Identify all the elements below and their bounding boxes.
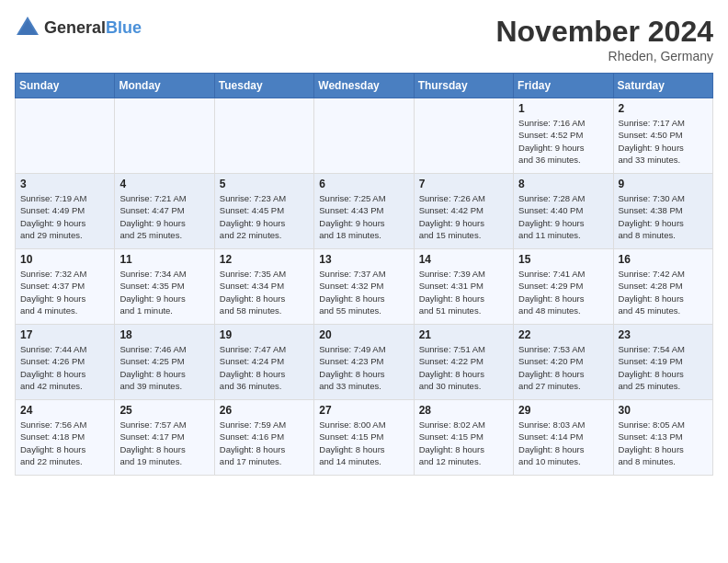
calendar-week-row: 1Sunrise: 7:16 AM Sunset: 4:52 PM Daylig… bbox=[16, 98, 713, 174]
calendar-day-cell: 16Sunrise: 7:42 AM Sunset: 4:28 PM Dayli… bbox=[613, 249, 712, 325]
calendar-day-cell bbox=[314, 98, 414, 174]
day-info: Sunrise: 7:53 AM Sunset: 4:20 PM Dayligh… bbox=[518, 343, 608, 392]
calendar-day-cell: 18Sunrise: 7:46 AM Sunset: 4:25 PM Dayli… bbox=[115, 325, 214, 400]
day-info: Sunrise: 7:25 AM Sunset: 4:43 PM Dayligh… bbox=[319, 192, 408, 241]
day-number: 20 bbox=[319, 328, 408, 341]
day-info: Sunrise: 7:46 AM Sunset: 4:25 PM Dayligh… bbox=[119, 343, 209, 392]
day-info: Sunrise: 7:57 AM Sunset: 4:17 PM Dayligh… bbox=[119, 419, 209, 467]
day-info: Sunrise: 7:51 AM Sunset: 4:22 PM Dayligh… bbox=[419, 343, 508, 392]
weekday-header: Friday bbox=[514, 74, 613, 98]
day-number: 6 bbox=[319, 178, 408, 190]
day-number: 22 bbox=[518, 328, 608, 341]
day-number: 27 bbox=[319, 404, 408, 417]
day-info: Sunrise: 7:17 AM Sunset: 4:50 PM Dayligh… bbox=[619, 117, 708, 166]
weekday-header: Monday bbox=[115, 74, 214, 98]
day-number: 29 bbox=[518, 404, 608, 417]
day-info: Sunrise: 7:16 AM Sunset: 4:52 PM Dayligh… bbox=[518, 117, 608, 166]
day-number: 2 bbox=[619, 102, 708, 115]
day-number: 13 bbox=[319, 253, 408, 266]
day-info: Sunrise: 7:26 AM Sunset: 4:42 PM Dayligh… bbox=[419, 192, 508, 241]
day-number: 23 bbox=[619, 328, 708, 341]
calendar-day-cell: 10Sunrise: 7:32 AM Sunset: 4:37 PM Dayli… bbox=[16, 249, 115, 325]
day-info: Sunrise: 7:42 AM Sunset: 4:28 PM Dayligh… bbox=[619, 268, 708, 316]
day-number: 14 bbox=[419, 253, 508, 266]
calendar-body: 1Sunrise: 7:16 AM Sunset: 4:52 PM Daylig… bbox=[16, 98, 713, 476]
day-info: Sunrise: 8:00 AM Sunset: 4:15 PM Dayligh… bbox=[319, 419, 408, 467]
calendar-day-cell: 13Sunrise: 7:37 AM Sunset: 4:32 PM Dayli… bbox=[314, 249, 414, 325]
day-number: 9 bbox=[619, 178, 708, 190]
day-number: 1 bbox=[518, 102, 608, 115]
day-number: 7 bbox=[419, 178, 508, 190]
calendar-day-cell bbox=[214, 98, 313, 174]
weekday-header: Sunday bbox=[16, 74, 115, 98]
calendar-day-cell: 12Sunrise: 7:35 AM Sunset: 4:34 PM Dayli… bbox=[214, 249, 313, 325]
day-number: 26 bbox=[220, 404, 309, 417]
calendar-day-cell: 17Sunrise: 7:44 AM Sunset: 4:26 PM Dayli… bbox=[16, 325, 115, 400]
calendar-day-cell: 30Sunrise: 8:05 AM Sunset: 4:13 PM Dayli… bbox=[613, 400, 712, 476]
calendar-day-cell: 9Sunrise: 7:30 AM Sunset: 4:38 PM Daylig… bbox=[613, 174, 712, 249]
calendar-day-cell: 22Sunrise: 7:53 AM Sunset: 4:20 PM Dayli… bbox=[514, 325, 613, 400]
location-subtitle: Rheden, Germany bbox=[495, 49, 713, 63]
day-info: Sunrise: 7:41 AM Sunset: 4:29 PM Dayligh… bbox=[518, 268, 608, 316]
day-number: 18 bbox=[119, 328, 209, 341]
calendar-day-cell: 26Sunrise: 7:59 AM Sunset: 4:16 PM Dayli… bbox=[214, 400, 313, 476]
day-number: 19 bbox=[220, 328, 309, 341]
calendar-week-row: 10Sunrise: 7:32 AM Sunset: 4:37 PM Dayli… bbox=[16, 249, 713, 325]
calendar-table: SundayMondayTuesdayWednesdayThursdayFrid… bbox=[15, 73, 713, 476]
calendar-day-cell: 24Sunrise: 7:56 AM Sunset: 4:18 PM Dayli… bbox=[16, 400, 115, 476]
day-number: 15 bbox=[518, 253, 608, 266]
logo: GeneralBlue bbox=[15, 15, 142, 40]
calendar-day-cell: 1Sunrise: 7:16 AM Sunset: 4:52 PM Daylig… bbox=[514, 98, 613, 174]
day-number: 10 bbox=[20, 253, 109, 266]
day-number: 16 bbox=[619, 253, 708, 266]
day-info: Sunrise: 8:03 AM Sunset: 4:14 PM Dayligh… bbox=[518, 419, 608, 467]
day-number: 8 bbox=[518, 178, 608, 190]
day-number: 17 bbox=[20, 328, 109, 341]
weekday-header: Wednesday bbox=[314, 74, 414, 98]
calendar-day-cell: 14Sunrise: 7:39 AM Sunset: 4:31 PM Dayli… bbox=[414, 249, 513, 325]
calendar-day-cell: 23Sunrise: 7:54 AM Sunset: 4:19 PM Dayli… bbox=[613, 325, 712, 400]
calendar-day-cell: 29Sunrise: 8:03 AM Sunset: 4:14 PM Dayli… bbox=[514, 400, 613, 476]
calendar-day-cell: 4Sunrise: 7:21 AM Sunset: 4:47 PM Daylig… bbox=[115, 174, 214, 249]
day-info: Sunrise: 7:56 AM Sunset: 4:18 PM Dayligh… bbox=[20, 419, 109, 467]
calendar-day-cell: 20Sunrise: 7:49 AM Sunset: 4:23 PM Dayli… bbox=[314, 325, 414, 400]
day-number: 5 bbox=[220, 178, 309, 190]
day-number: 11 bbox=[119, 253, 209, 266]
day-number: 12 bbox=[220, 253, 309, 266]
calendar-day-cell bbox=[16, 98, 115, 174]
day-info: Sunrise: 7:39 AM Sunset: 4:31 PM Dayligh… bbox=[419, 268, 508, 316]
calendar-day-cell bbox=[115, 98, 214, 174]
page-header: GeneralBlue November 2024 Rheden, German… bbox=[15, 15, 713, 63]
day-info: Sunrise: 7:23 AM Sunset: 4:45 PM Dayligh… bbox=[220, 192, 309, 241]
day-info: Sunrise: 7:34 AM Sunset: 4:35 PM Dayligh… bbox=[119, 268, 209, 316]
calendar-day-cell: 8Sunrise: 7:28 AM Sunset: 4:40 PM Daylig… bbox=[514, 174, 613, 249]
day-number: 30 bbox=[619, 404, 708, 417]
day-info: Sunrise: 7:30 AM Sunset: 4:38 PM Dayligh… bbox=[619, 192, 708, 241]
day-number: 4 bbox=[119, 178, 209, 190]
day-info: Sunrise: 7:37 AM Sunset: 4:32 PM Dayligh… bbox=[319, 268, 408, 316]
calendar-day-cell: 5Sunrise: 7:23 AM Sunset: 4:45 PM Daylig… bbox=[214, 174, 313, 249]
month-year-title: November 2024 bbox=[495, 15, 713, 49]
calendar-week-row: 3Sunrise: 7:19 AM Sunset: 4:49 PM Daylig… bbox=[16, 174, 713, 249]
weekday-header: Tuesday bbox=[214, 74, 313, 98]
calendar-day-cell bbox=[414, 98, 513, 174]
day-info: Sunrise: 7:35 AM Sunset: 4:34 PM Dayligh… bbox=[220, 268, 309, 316]
weekday-header: Saturday bbox=[613, 74, 712, 98]
day-info: Sunrise: 8:05 AM Sunset: 4:13 PM Dayligh… bbox=[619, 419, 708, 467]
calendar-day-cell: 19Sunrise: 7:47 AM Sunset: 4:24 PM Dayli… bbox=[214, 325, 313, 400]
weekday-header-row: SundayMondayTuesdayWednesdayThursdayFrid… bbox=[16, 74, 713, 98]
logo-icon bbox=[15, 15, 40, 40]
calendar-day-cell: 7Sunrise: 7:26 AM Sunset: 4:42 PM Daylig… bbox=[414, 174, 513, 249]
day-number: 28 bbox=[419, 404, 508, 417]
calendar-day-cell: 6Sunrise: 7:25 AM Sunset: 4:43 PM Daylig… bbox=[314, 174, 414, 249]
day-info: Sunrise: 7:47 AM Sunset: 4:24 PM Dayligh… bbox=[220, 343, 309, 392]
logo-general-text: General bbox=[44, 18, 106, 37]
day-info: Sunrise: 8:02 AM Sunset: 4:15 PM Dayligh… bbox=[419, 419, 508, 467]
logo-blue-text: Blue bbox=[106, 18, 142, 37]
day-info: Sunrise: 7:49 AM Sunset: 4:23 PM Dayligh… bbox=[319, 343, 408, 392]
day-info: Sunrise: 7:54 AM Sunset: 4:19 PM Dayligh… bbox=[619, 343, 708, 392]
day-info: Sunrise: 7:59 AM Sunset: 4:16 PM Dayligh… bbox=[220, 419, 309, 467]
day-info: Sunrise: 7:32 AM Sunset: 4:37 PM Dayligh… bbox=[20, 268, 109, 316]
calendar-day-cell: 25Sunrise: 7:57 AM Sunset: 4:17 PM Dayli… bbox=[115, 400, 214, 476]
weekday-header: Thursday bbox=[414, 74, 513, 98]
